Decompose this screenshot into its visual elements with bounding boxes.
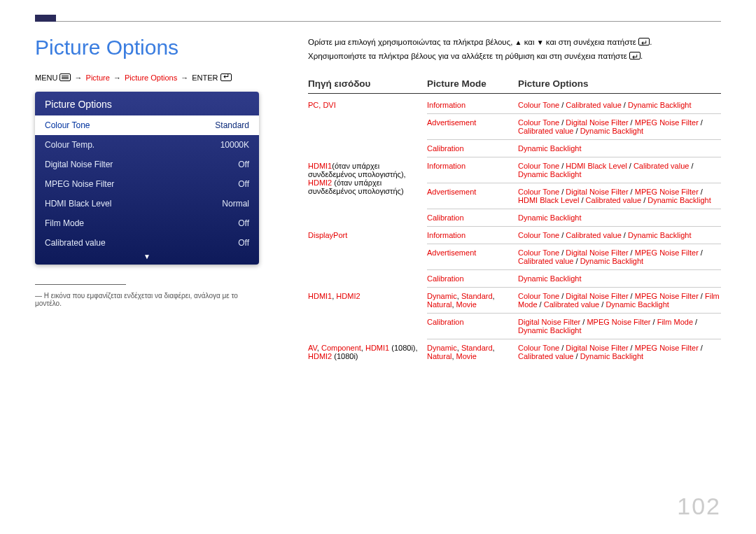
col-source: Πηγή εισόδου bbox=[308, 78, 427, 89]
cell-options: Colour Tone / Calibrated value / Dynamic… bbox=[518, 101, 721, 109]
cell-mode: Calibration bbox=[427, 318, 518, 335]
cell-mode: Advertisement bbox=[427, 248, 518, 265]
menu-icon bbox=[59, 73, 71, 81]
panel-row-value: Off bbox=[238, 218, 249, 228]
table-subrow: InformationColour Tone / HDMI Black Leve… bbox=[427, 157, 721, 183]
cell-options: Colour Tone / Digital Noise Filter / MPE… bbox=[518, 248, 721, 265]
cell-mode: Information bbox=[427, 162, 518, 178]
table-subrow: CalibrationDynamic Backlight bbox=[427, 140, 721, 157]
triangle-down-icon: ▼ bbox=[537, 38, 544, 46]
table-subrow: Dynamic, Standard, Natural, MovieColour … bbox=[427, 288, 721, 314]
table-subrow: Dynamic, Standard, Natural, MovieColour … bbox=[427, 339, 721, 365]
table-row: HDMI1, HDMI2Dynamic, Standard, Natural, … bbox=[308, 288, 721, 339]
table-subrow: CalibrationDigital Noise Filter / MPEG N… bbox=[427, 314, 721, 339]
cell-options: Digital Noise Filter / MPEG Noise Filter… bbox=[518, 318, 721, 335]
cell-mode: Advertisement bbox=[427, 188, 518, 204]
table-row: PC, DVIInformationColour Tone / Calibrat… bbox=[308, 97, 721, 157]
path-picture-options: Picture Options bbox=[125, 73, 177, 82]
cell-options: Colour Tone / Digital Noise Filter / MPE… bbox=[518, 292, 721, 309]
panel-row-label: Colour Tone bbox=[45, 120, 90, 130]
panel-row-label: Calibrated value bbox=[45, 238, 106, 248]
divider bbox=[35, 284, 126, 285]
cell-mode: Information bbox=[427, 101, 518, 109]
menu-path: MENU → Picture → Picture Options → ENTER bbox=[35, 73, 259, 82]
panel-row-value: Off bbox=[238, 238, 249, 248]
menu-label: MENU bbox=[35, 73, 57, 82]
cell-source: AV, Component, HDMI1 (1080i), HDMI2 (108… bbox=[308, 339, 427, 365]
panel-row[interactable]: MPEG Noise FilterOff bbox=[35, 174, 259, 194]
footnote: ― Η εικόνα που εμφανίζεται ενδέχεται να … bbox=[35, 292, 259, 307]
table-subrow: AdvertisementColour Tone / Digital Noise… bbox=[427, 114, 721, 140]
cell-mode: Calibration bbox=[427, 144, 518, 153]
table-subrow: AdvertisementColour Tone / Digital Noise… bbox=[427, 183, 721, 209]
panel-row-label: Colour Temp. bbox=[45, 140, 94, 150]
table-header: Πηγή εισόδου Picture Mode Picture Option… bbox=[308, 78, 721, 94]
panel-title: Picture Options bbox=[35, 92, 259, 115]
page-title: Picture Options bbox=[35, 36, 259, 59]
cell-options: Colour Tone / Digital Noise Filter / MPE… bbox=[518, 344, 721, 360]
cell-mode: Advertisement bbox=[427, 118, 518, 135]
table-subrow: InformationColour Tone / Calibrated valu… bbox=[427, 227, 721, 244]
enter-icon bbox=[220, 73, 232, 81]
panel-row-value: 10000K bbox=[220, 140, 249, 150]
chevron-down-icon: ▼ bbox=[35, 253, 259, 265]
cell-source: HDMI1, HDMI2 bbox=[308, 288, 427, 339]
panel-row[interactable]: Colour Temp.10000K bbox=[35, 135, 259, 155]
intro-text: Ορίστε μια επιλογή χρησιμοποιώντας τα πλ… bbox=[308, 36, 721, 63]
panel-row[interactable]: HDMI Black LevelNormal bbox=[35, 194, 259, 213]
enter-icon bbox=[638, 38, 650, 45]
cell-options: Colour Tone / Digital Noise Filter / MPE… bbox=[518, 118, 721, 135]
panel-row[interactable]: Film ModeOff bbox=[35, 213, 259, 233]
table-subrow: AdvertisementColour Tone / Digital Noise… bbox=[427, 244, 721, 270]
panel-row[interactable]: Colour ToneStandard bbox=[35, 115, 259, 135]
panel-row-label: HDMI Black Level bbox=[45, 199, 111, 209]
triangle-up-icon: ▲ bbox=[515, 38, 522, 46]
cell-source: HDMI1(όταν υπάρχει συνδεδεμένος υπολογισ… bbox=[308, 157, 427, 227]
cell-options: Colour Tone / Calibrated value / Dynamic… bbox=[518, 231, 721, 239]
picture-options-panel: Picture Options Colour ToneStandardColou… bbox=[35, 92, 259, 265]
cell-mode: Calibration bbox=[427, 274, 518, 283]
panel-row[interactable]: Calibrated valueOff bbox=[35, 233, 259, 253]
panel-row-label: Film Mode bbox=[45, 218, 84, 228]
cell-options: Dynamic Backlight bbox=[518, 144, 721, 153]
enter-label: ENTER bbox=[192, 73, 218, 82]
panel-row[interactable]: Digital Noise FilterOff bbox=[35, 155, 259, 174]
cell-options: Dynamic Backlight bbox=[518, 213, 721, 222]
table-row: AV, Component, HDMI1 (1080i), HDMI2 (108… bbox=[308, 339, 721, 365]
panel-row-label: MPEG Noise Filter bbox=[45, 179, 114, 189]
path-picture: Picture bbox=[86, 73, 110, 82]
table-subrow: CalibrationDynamic Backlight bbox=[427, 270, 721, 288]
cell-mode: Information bbox=[427, 231, 518, 239]
cell-mode: Dynamic, Standard, Natural, Movie bbox=[427, 292, 518, 309]
options-table: PC, DVIInformationColour Tone / Calibrat… bbox=[308, 97, 721, 365]
col-options: Picture Options bbox=[518, 78, 721, 89]
table-row: HDMI1(όταν υπάρχει συνδεδεμένος υπολογισ… bbox=[308, 157, 721, 227]
table-row: DisplayPortInformationColour Tone / Cali… bbox=[308, 227, 721, 288]
top-rule bbox=[35, 21, 721, 22]
panel-row-value: Off bbox=[238, 179, 249, 189]
enter-icon bbox=[629, 52, 640, 59]
cell-options: Dynamic Backlight bbox=[518, 274, 721, 283]
table-subrow: CalibrationDynamic Backlight bbox=[427, 209, 721, 227]
panel-row-value: Off bbox=[238, 160, 249, 169]
cell-source: PC, DVI bbox=[308, 97, 427, 157]
col-mode: Picture Mode bbox=[427, 78, 518, 89]
cell-mode: Dynamic, Standard, Natural, Movie bbox=[427, 344, 518, 360]
table-subrow: InformationColour Tone / Calibrated valu… bbox=[427, 97, 721, 114]
cell-options: Colour Tone / HDMI Black Level / Calibra… bbox=[518, 162, 721, 178]
panel-row-value: Normal bbox=[222, 199, 249, 209]
cell-mode: Calibration bbox=[427, 213, 518, 222]
page-number: 102 bbox=[677, 493, 721, 520]
cell-source: DisplayPort bbox=[308, 227, 427, 288]
panel-row-value: Standard bbox=[215, 120, 249, 130]
panel-row-label: Digital Noise Filter bbox=[45, 160, 113, 169]
cell-options: Colour Tone / Digital Noise Filter / MPE… bbox=[518, 188, 721, 204]
